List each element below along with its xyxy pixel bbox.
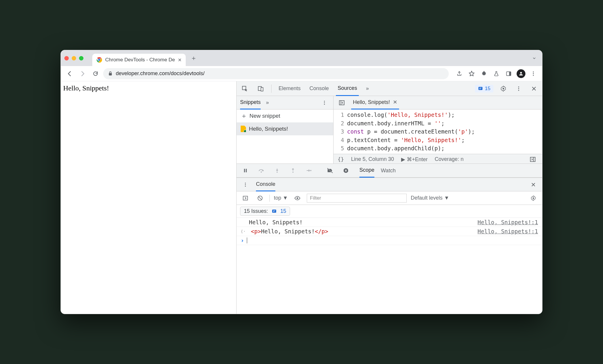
pretty-print-button[interactable]: {}: [338, 156, 344, 162]
browser-tab[interactable]: Chrome DevTools - Chrome De ✕: [92, 54, 186, 66]
issue-icon: [272, 209, 277, 214]
svg-point-25: [277, 171, 278, 173]
pause-icon: [243, 168, 248, 173]
new-snippet-button[interactable]: ＋ New snippet: [237, 109, 333, 122]
step-out-icon: [291, 168, 295, 173]
panel-icon: [506, 71, 512, 77]
kebab-icon: [530, 71, 536, 77]
issues-pill[interactable]: 15: [475, 85, 493, 92]
tab-strip: Chrome DevTools - Chrome De ✕ ＋: [61, 50, 542, 66]
editor-tab-close[interactable]: ✕: [393, 99, 397, 105]
context-selector[interactable]: top ▼: [274, 195, 288, 201]
svg-point-15: [518, 88, 519, 89]
toolbar-buttons: [454, 68, 539, 79]
svg-point-17: [324, 101, 325, 102]
chevron-down-icon: [532, 55, 537, 61]
console-input[interactable]: [247, 237, 247, 243]
editor-file-tab[interactable]: Hello, Snippets! ✕: [351, 96, 399, 109]
inspect-button[interactable]: [239, 83, 250, 94]
browser-menu-button[interactable]: [528, 68, 539, 79]
snippet-name: Hello, Snippets!: [249, 126, 288, 132]
issues-button[interactable]: 15 Issues: 15: [240, 207, 290, 216]
live-expression-button[interactable]: [292, 193, 303, 203]
svg-rect-28: [345, 170, 346, 172]
drawer-console-tab[interactable]: Console: [256, 178, 275, 191]
console-source-link[interactable]: Hello, Snippets!:1: [478, 219, 538, 225]
navigator-menu-button[interactable]: [319, 97, 330, 108]
tab-console[interactable]: Console: [308, 81, 331, 96]
devtools-menu-button[interactable]: [513, 83, 524, 94]
extensions-button[interactable]: [479, 68, 489, 79]
pause-exceptions-button[interactable]: [341, 165, 351, 176]
bookmark-button[interactable]: [466, 68, 477, 79]
kebab-icon: [243, 182, 248, 187]
page-body-text: Hello, Snippets!: [63, 84, 109, 92]
step-into-button[interactable]: [272, 165, 282, 176]
chrome-favicon-icon: [96, 57, 102, 63]
svg-point-35: [297, 197, 298, 199]
code-editor[interactable]: 12345 console.log('Hello, Snippets!');do…: [334, 109, 542, 154]
step-into-icon: [275, 168, 279, 173]
kebab-icon: [322, 100, 327, 105]
clear-console-button[interactable]: [255, 193, 265, 203]
log-levels-selector[interactable]: Default levels ▼: [411, 195, 449, 201]
kebab-icon: [516, 86, 522, 92]
console-source-link[interactable]: Hello, Snippets!:1: [478, 228, 538, 235]
step-button[interactable]: [304, 165, 314, 176]
snippets-tab[interactable]: Snippets: [240, 96, 261, 109]
forward-button[interactable]: [77, 68, 88, 79]
navigator-more-tabs[interactable]: »: [266, 100, 269, 106]
step-out-button[interactable]: [288, 165, 298, 176]
device-toggle-button[interactable]: [255, 83, 266, 94]
watch-tab[interactable]: Watch: [381, 168, 396, 174]
issue-icon: [478, 86, 483, 91]
editor-statusbar: {} Line 5, Column 30 ▶ ⌘+Enter Coverage:…: [334, 154, 542, 165]
svg-rect-33: [243, 196, 248, 200]
profile-button[interactable]: [516, 68, 526, 79]
console-settings-button[interactable]: [528, 193, 539, 203]
svg-rect-23: [246, 169, 247, 172]
devtools-settings-button[interactable]: [498, 83, 509, 94]
close-tab-button[interactable]: ✕: [178, 57, 182, 63]
step-icon: [306, 168, 312, 173]
coverage-status[interactable]: Coverage: n: [435, 156, 463, 162]
console-prompt-row[interactable]: ›: [237, 236, 542, 245]
maximize-window-button[interactable]: [79, 56, 83, 60]
back-button[interactable]: [64, 68, 75, 79]
device-icon: [257, 85, 264, 92]
snippet-item[interactable]: Hello, Snippets!: [237, 122, 333, 135]
tab-more[interactable]: »: [364, 81, 371, 96]
tab-sources[interactable]: Sources: [336, 81, 359, 96]
scope-tab[interactable]: Scope: [359, 164, 374, 178]
reload-button[interactable]: [90, 68, 101, 79]
close-window-button[interactable]: [64, 56, 69, 60]
minimize-window-button[interactable]: [72, 56, 76, 60]
drawer-menu-button[interactable]: [240, 179, 251, 190]
tab-overflow-button[interactable]: [532, 55, 537, 61]
sidepanel-button[interactable]: [503, 68, 514, 79]
svg-point-5: [520, 72, 522, 74]
step-over-button[interactable]: [256, 165, 267, 176]
content-area: Hello, Snippets! Elements Console Source…: [61, 81, 542, 314]
labs-button[interactable]: [491, 68, 502, 79]
navigation-bar: developer.chrome.com/docs/devtools/: [61, 66, 542, 81]
deactivate-breakpoints-button[interactable]: [325, 165, 335, 176]
share-button[interactable]: [454, 68, 465, 79]
code-body: console.log('Hello, Snippets!');document…: [347, 111, 542, 153]
issues-row: 15 Issues: 15: [237, 205, 542, 218]
cursor-position: Line 5, Column 30: [351, 156, 394, 162]
step-over-icon: [258, 168, 264, 173]
address-bar[interactable]: developer.chrome.com/docs/devtools/: [103, 68, 449, 79]
toggle-sidebar-right-button[interactable]: [527, 154, 538, 165]
console-sidebar-toggle[interactable]: [240, 193, 251, 203]
run-hint[interactable]: ▶ ⌘+Enter: [401, 156, 428, 163]
toggle-navigator-button[interactable]: [336, 97, 347, 108]
drawer-close-button[interactable]: [528, 179, 539, 190]
pause-button[interactable]: [240, 165, 251, 176]
devtools-close-button[interactable]: [529, 83, 539, 94]
tab-elements[interactable]: Elements: [277, 81, 302, 96]
tab-title: Chrome DevTools - Chrome De: [105, 57, 175, 63]
eye-icon: [294, 196, 301, 200]
filter-input[interactable]: Filter: [307, 194, 407, 203]
new-tab-button[interactable]: ＋: [189, 53, 199, 63]
